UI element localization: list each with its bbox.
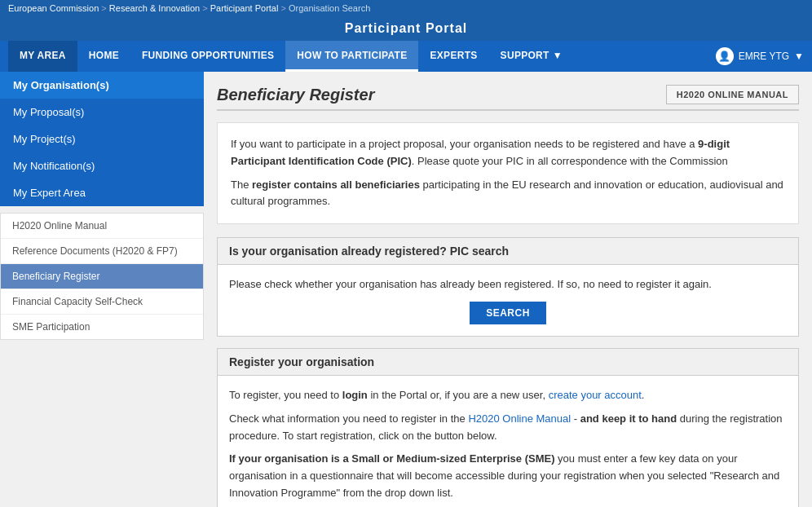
nav-home-label: HOME (89, 50, 119, 61)
search-button-container: SEARCH (229, 293, 787, 324)
h2020-manual-button[interactable]: H2020 ONLINE MANUAL (666, 85, 799, 104)
create-account-link[interactable]: create your account (549, 389, 642, 401)
bold-beneficiaries: register contains all beneficiaries (252, 179, 420, 191)
register-para-3: If your organisation is a Small or Mediu… (229, 451, 787, 501)
register-para-2: Check what information you need to regis… (229, 411, 787, 445)
bold-login: login (342, 389, 368, 401)
pic-search-heading: Is your organisation already registered?… (218, 238, 798, 265)
nav-experts-label: EXPERTS (430, 50, 477, 61)
register-para-1: To register, you need to login in the Po… (229, 387, 787, 404)
pic-search-section: Is your organisation already registered?… (217, 237, 799, 337)
register-body: To register, you need to login in the Po… (218, 376, 798, 507)
info-paragraph-1: If you want to participate in a project … (231, 136, 785, 170)
user-name: EMRE YTG (739, 51, 789, 62)
page-title: Participant Portal (0, 16, 812, 41)
nav-my-area[interactable]: MY AREA (8, 41, 77, 72)
sidebar-link-beneficiary-register[interactable]: Beneficiary Register (1, 264, 203, 289)
nav-my-area-label: MY AREA (20, 50, 66, 61)
content-title: Beneficiary Register (217, 86, 374, 104)
bold-keep-hand: and keep it to hand (580, 412, 677, 425)
content-area: Beneficiary Register H2020 ONLINE MANUAL… (204, 72, 812, 507)
sidebar-item-my-organisations[interactable]: My Organisation(s) (0, 72, 204, 99)
nav-funding[interactable]: FUNDING OPPORTUNITIES (130, 41, 285, 72)
sidebar-item-my-proposals[interactable]: My Proposal(s) (0, 99, 204, 126)
breadcrumb-current: Organisation Search (289, 3, 370, 13)
sidebar-item-my-expert-area[interactable]: My Expert Area (0, 179, 204, 206)
nav-support[interactable]: SUPPORT ▼ (489, 41, 574, 72)
pic-search-description: Please check whether your organisation h… (229, 276, 787, 293)
breadcrumb-commission[interactable]: European Commission (8, 3, 99, 13)
sidebar-menu-section: My Organisation(s) My Proposal(s) My Pro… (0, 72, 204, 206)
search-button[interactable]: SEARCH (470, 302, 546, 324)
user-avatar-icon: 👤 (716, 47, 734, 65)
sidebar-link-sme-participation[interactable]: SME Participation (1, 315, 203, 339)
sidebar-item-my-notifications[interactable]: My Notification(s) (0, 152, 204, 179)
pic-search-body: Please check whether your organisation h… (218, 265, 798, 336)
nav-experts[interactable]: EXPERTS (418, 41, 488, 72)
nav-support-label: SUPPORT (501, 50, 549, 61)
sidebar-link-financial-capacity[interactable]: Financial Capacity Self-Check (1, 289, 203, 315)
register-section: Register your organisation To register, … (217, 348, 799, 507)
info-box: If you want to participate in a project … (217, 122, 799, 224)
sidebar-item-my-projects[interactable]: My Project(s) (0, 126, 204, 152)
breadcrumb-bar: European Commission > Research & Innovat… (0, 0, 812, 16)
h2020-manual-link[interactable]: H2020 Online Manual (468, 412, 571, 425)
main-layout: My Organisation(s) My Proposal(s) My Pro… (0, 72, 812, 507)
user-dropdown-icon: ▼ (794, 51, 804, 62)
sidebar-link-reference-docs[interactable]: Reference Documents (H2020 & FP7) (1, 239, 203, 264)
breadcrumb-portal[interactable]: Participant Portal (210, 3, 279, 13)
info-paragraph-2: The register contains all beneficiaries … (231, 177, 785, 211)
sidebar: My Organisation(s) My Proposal(s) My Pro… (0, 72, 204, 507)
content-header: Beneficiary Register H2020 ONLINE MANUAL (217, 85, 799, 111)
breadcrumb-research[interactable]: Research & Innovation (109, 3, 200, 13)
sidebar-link-h2020-manual[interactable]: H2020 Online Manual (1, 214, 203, 239)
dropdown-arrow-icon: ▼ (553, 50, 563, 61)
user-menu[interactable]: 👤 EMRE YTG ▼ (716, 41, 804, 72)
nav-how-to-label: HOW TO PARTICIPATE (297, 50, 407, 61)
bold-sme: If your organisation is a Small or Mediu… (229, 452, 554, 465)
nav-how-to[interactable]: HOW TO PARTICIPATE (285, 41, 418, 72)
nav-bar: MY AREA HOME FUNDING OPPORTUNITIES HOW T… (0, 41, 812, 72)
nav-funding-label: FUNDING OPPORTUNITIES (142, 50, 274, 61)
nav-home[interactable]: HOME (77, 41, 130, 72)
sidebar-links-section: H2020 Online Manual Reference Documents … (0, 213, 204, 340)
register-heading: Register your organisation (218, 349, 798, 376)
